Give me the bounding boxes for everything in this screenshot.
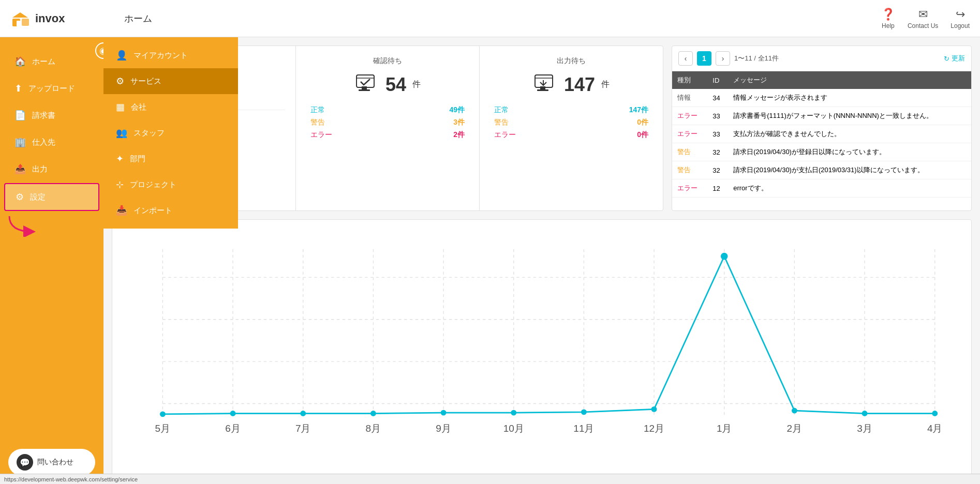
confirm-error-label: エラー bbox=[310, 130, 332, 140]
table-row[interactable]: 警告 32 請求日(2019/04/30)が支払日(2019/03/31)以降に… bbox=[672, 161, 971, 179]
confirm-warning-count: 3件 bbox=[453, 118, 465, 127]
status-bar: https://development-web.deepwk.com/setti… bbox=[0, 474, 980, 484]
status-url: https://development-web.deepwk.com/setti… bbox=[4, 476, 138, 482]
stat-output-error-row: エラー 0件 bbox=[490, 130, 652, 140]
table-row[interactable]: エラー 33 支払方法が確認できませんでした。 bbox=[672, 125, 971, 143]
page-info: 1〜11 / 全11件 bbox=[734, 54, 940, 63]
svg-point-51 bbox=[932, 411, 938, 416]
svg-text:6月: 6月 bbox=[225, 423, 241, 434]
submenu-item-my-account[interactable]: 👤 マイアカウント bbox=[103, 42, 238, 68]
msg-type: 警告 bbox=[672, 161, 707, 179]
sidebar-nav: 🏠 ホーム ⬆ アップロード 📄 請求書 🏢 仕入先 📤 出力 ⚙ 設定 bbox=[0, 37, 103, 441]
inquiry-button[interactable]: 💬 問い合わせ bbox=[8, 449, 95, 476]
msg-id: 32 bbox=[707, 161, 728, 179]
header: invox ホーム ❓ Help ✉ Contact Us ↪ Logout bbox=[0, 0, 980, 37]
message-pagination-header: ‹ 1 › 1〜11 / 全11件 ↻ 更新 bbox=[672, 46, 971, 71]
output-normal-label: 正常 bbox=[494, 105, 509, 115]
svg-text:12月: 12月 bbox=[644, 423, 664, 434]
sidebar-item-invoice[interactable]: 📄 請求書 bbox=[4, 102, 99, 128]
page-next-button[interactable]: › bbox=[716, 51, 730, 66]
refresh-button[interactable]: ↻ 更新 bbox=[944, 54, 965, 63]
submenu-item-company[interactable]: ▦ 会社 bbox=[103, 94, 238, 120]
submenu-item-staff[interactable]: 👥 スタッフ bbox=[103, 120, 238, 146]
svg-text:3月: 3月 bbox=[857, 423, 872, 434]
svg-text:5月: 5月 bbox=[155, 423, 171, 434]
help-icon: ❓ bbox=[881, 8, 895, 21]
svg-point-43 bbox=[370, 411, 376, 416]
submenu-item-project[interactable]: ⊹ プロジェクト bbox=[103, 172, 238, 198]
logout-icon: ↪ bbox=[956, 8, 965, 21]
svg-text:8月: 8月 bbox=[366, 423, 381, 434]
stat-confirm-unit: 件 bbox=[412, 79, 421, 90]
logo-icon bbox=[10, 8, 31, 29]
settings-submenu: 👤 マイアカウント ⚙ サービス ▦ 会社 👥 スタッフ ✦ 部門 ⊹ プロジェ bbox=[103, 37, 238, 229]
refresh-label: 更新 bbox=[952, 54, 965, 63]
msg-type: 警告 bbox=[672, 143, 707, 161]
msg-id: 12 bbox=[707, 179, 728, 198]
confirm-warning-label: 警告 bbox=[310, 118, 325, 127]
stat-confirm-rows: 正常 49件 警告 3件 エラー 2件 bbox=[306, 105, 469, 140]
sidebar-item-settings[interactable]: ⚙ 設定 bbox=[4, 183, 99, 211]
output-warning-label: 警告 bbox=[494, 118, 509, 127]
stat-output-normal-row: 正常 147件 bbox=[490, 105, 652, 115]
svg-text:7月: 7月 bbox=[295, 423, 311, 434]
output-icon: 📤 bbox=[14, 163, 26, 175]
sidebar-item-output[interactable]: 📤 出力 bbox=[4, 156, 99, 182]
submenu-item-import[interactable]: 📥 インポート bbox=[103, 198, 238, 223]
confirm-error-count: 2件 bbox=[453, 130, 465, 140]
svg-point-42 bbox=[300, 411, 306, 416]
logout-button[interactable]: ↪ Logout bbox=[951, 8, 970, 29]
refresh-icon: ↻ bbox=[944, 55, 949, 63]
contact-button[interactable]: ✉ Contact Us bbox=[908, 8, 938, 29]
service-icon: ⚙ bbox=[116, 75, 124, 87]
sidebar-item-vendor[interactable]: 🏢 仕入先 bbox=[4, 129, 99, 155]
col-type: 種別 bbox=[672, 71, 707, 89]
confirm-normal-label: 正常 bbox=[310, 105, 325, 115]
submenu-item-project-label: プロジェクト bbox=[130, 180, 176, 190]
col-message: メッセージ bbox=[728, 71, 971, 89]
my-account-icon: 👤 bbox=[116, 50, 127, 61]
table-row[interactable]: 警告 32 請求日(2019/04/30)が登録日以降になっています。 bbox=[672, 143, 971, 161]
table-row[interactable]: 情報 34 情報メッセージが表示されます bbox=[672, 89, 971, 107]
sidebar-item-home[interactable]: 🏠 ホーム bbox=[4, 49, 99, 74]
sidebar-item-upload[interactable]: ⬆ アップロード bbox=[4, 75, 99, 101]
page-current: 1 bbox=[697, 51, 711, 66]
table-row[interactable]: エラー 12 errorです。 bbox=[672, 179, 971, 198]
svg-rect-22 bbox=[537, 89, 548, 91]
stat-output-main: 147 件 bbox=[490, 72, 652, 97]
svg-point-48 bbox=[721, 253, 728, 260]
inquiry-icon: 💬 bbox=[17, 454, 33, 471]
msg-text: 請求日(2019/04/30)が登録日以降になっています。 bbox=[728, 143, 971, 161]
staff-icon: 👥 bbox=[116, 127, 127, 139]
submenu-item-service[interactable]: ⚙ サービス bbox=[103, 68, 238, 94]
confirm-icon bbox=[354, 72, 379, 97]
sidebar-item-home-label: ホーム bbox=[32, 57, 55, 67]
page-prev-button[interactable]: ‹ bbox=[678, 51, 693, 66]
top-row: データ化中 ⚙ 72 件 bbox=[112, 46, 972, 211]
help-button[interactable]: ❓ Help bbox=[881, 8, 895, 29]
submenu-item-department[interactable]: ✦ 部門 bbox=[103, 146, 238, 172]
output-error-count: 0件 bbox=[637, 130, 648, 140]
output-stat-icon bbox=[533, 72, 558, 97]
messages-table: 種別 ID メッセージ 情報 34 情報メッセージが表示されます エラー 33 … bbox=[672, 71, 971, 198]
mail-icon: ✉ bbox=[918, 8, 928, 21]
submenu-item-my-account-label: マイアカウント bbox=[133, 51, 188, 61]
stat-confirm-warning-row: 警告 3件 bbox=[306, 118, 469, 127]
svg-text:9月: 9月 bbox=[436, 423, 451, 434]
svg-point-44 bbox=[441, 410, 447, 416]
svg-point-45 bbox=[511, 410, 516, 416]
header-actions: ❓ Help ✉ Contact Us ↪ Logout bbox=[881, 8, 970, 29]
message-panel: ‹ 1 › 1〜11 / 全11件 ↻ 更新 種別 ID bbox=[672, 46, 972, 211]
svg-text:1月: 1月 bbox=[717, 423, 732, 434]
stat-output-title: 出力待ち bbox=[490, 56, 652, 66]
msg-type: エラー bbox=[672, 125, 707, 143]
company-icon: ▦ bbox=[116, 101, 125, 113]
sidebar-item-upload-label: アップロード bbox=[28, 84, 75, 94]
table-row[interactable]: エラー 33 請求書番号(1111)がフォーマット(NNNN-NNNN)と一致し… bbox=[672, 107, 971, 125]
logo: invox bbox=[10, 8, 114, 29]
stat-confirm-error-row: エラー 2件 bbox=[306, 130, 469, 140]
svg-rect-17 bbox=[362, 86, 367, 89]
svg-text:2月: 2月 bbox=[787, 423, 803, 434]
sidebar-item-output-label: 出力 bbox=[32, 164, 48, 174]
stat-output-unit: 件 bbox=[601, 79, 610, 90]
